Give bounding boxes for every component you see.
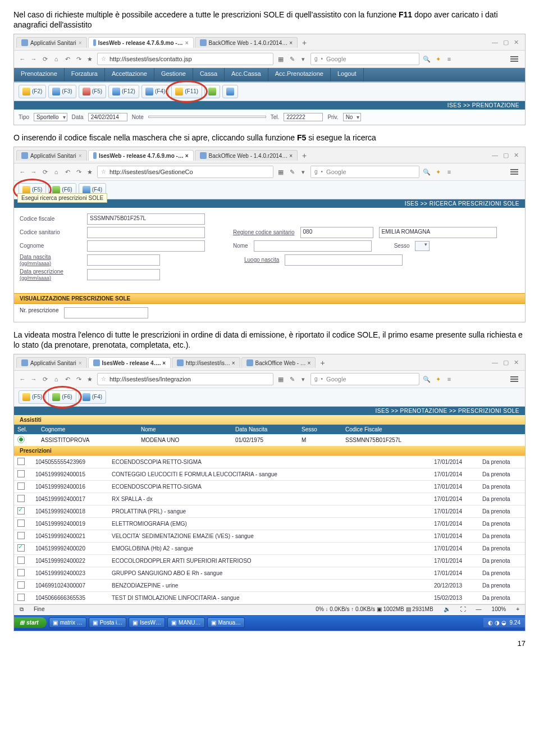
data-prescrizione-input[interactable] xyxy=(87,269,160,280)
browser-tab[interactable]: Applicativi Sanitari× xyxy=(16,357,87,368)
f3-button[interactable]: (F3) xyxy=(48,85,76,98)
cs-input[interactable] xyxy=(87,227,205,238)
status-vol-icon[interactable]: 🔉 xyxy=(441,606,453,612)
addon-icon[interactable]: ✎ xyxy=(288,168,296,176)
nr-prescrizione-input[interactable] xyxy=(64,307,148,318)
radio-icon[interactable] xyxy=(17,436,25,443)
nav-back-icon[interactable]: ← xyxy=(19,168,26,176)
addon-icon[interactable]: ✎ xyxy=(288,55,296,63)
menu-prenotazione[interactable]: Prenotazione xyxy=(14,68,65,81)
prescrizione-row[interactable]: 1045199992400021VELOCITA' SEDIMENTAZIONE… xyxy=(14,530,525,543)
taskbar-button[interactable]: ▣matrix … xyxy=(49,617,86,628)
browser-tab[interactable]: BackOffice Web - 1.4.0.r2014… × xyxy=(195,37,298,48)
nav-back-icon[interactable]: ← xyxy=(19,375,26,383)
nome-input[interactable] xyxy=(254,240,372,252)
nav-reload-icon[interactable]: ⟳ xyxy=(41,375,49,383)
search-input[interactable]: g • Google xyxy=(310,373,419,385)
browser-tab[interactable]: http://isestest/is… × xyxy=(172,357,240,368)
close-icon[interactable]: × xyxy=(79,153,82,159)
status-full-icon[interactable]: ⛶ xyxy=(458,606,468,612)
addon-icon[interactable]: ▦ xyxy=(277,55,285,63)
hamburger-icon[interactable] xyxy=(510,376,518,382)
checkbox[interactable] xyxy=(17,544,25,552)
checkbox[interactable] xyxy=(17,470,25,477)
priv-select[interactable]: No xyxy=(343,113,362,121)
close-icon[interactable]: × xyxy=(185,40,189,46)
nav-redo-icon[interactable]: ↷ xyxy=(75,168,83,176)
tipo-select[interactable]: Sportello xyxy=(34,113,67,121)
f4-button[interactable]: (F4) xyxy=(141,85,169,98)
prescrizione-row[interactable]: 1045066666365535TEST DI STIMOLAZIONE LIN… xyxy=(14,592,525,604)
nav-home-icon[interactable]: ⌂ xyxy=(52,375,60,383)
checkbox[interactable] xyxy=(17,532,25,539)
feed-icon[interactable]: ✦ xyxy=(434,375,442,383)
new-tab-button[interactable]: + xyxy=(299,38,310,47)
prescrizione-row[interactable]: 1045055555423969ECOENDOSCOPIA RETTO-SIGM… xyxy=(14,456,525,468)
f5-button[interactable]: (F5) xyxy=(79,85,106,98)
window-controls[interactable]: — ▢ ✕ xyxy=(492,152,523,159)
menu-gestione[interactable]: Gestione xyxy=(154,68,193,81)
checkbox[interactable] xyxy=(17,458,25,465)
data-nascita-input[interactable] xyxy=(87,254,160,266)
f4-button[interactable]: (F4) xyxy=(79,390,106,404)
url-input[interactable]: ☆ http://isestest/ises/Integrazion xyxy=(97,373,273,385)
cognome-input[interactable] xyxy=(87,240,205,252)
rcs-label[interactable]: Regione codice sanitario xyxy=(233,229,295,235)
nav-fwd-icon[interactable]: → xyxy=(30,55,38,63)
browser-tab[interactable]: IsesWeb - release 4…. × xyxy=(88,357,171,368)
prescrizione-row[interactable]: 1046991024300007BENZODIAZEPINE - urine20… xyxy=(14,580,525,592)
toolbar-button[interactable] xyxy=(222,85,238,98)
checkbox[interactable] xyxy=(17,520,25,527)
cf-input[interactable]: SSSMNN75B01F257L xyxy=(87,213,205,225)
settings-icon[interactable]: ≡ xyxy=(445,375,453,383)
addon-icon[interactable]: ✎ xyxy=(288,375,296,383)
settings-icon[interactable]: ≡ xyxy=(445,55,453,63)
data-field[interactable]: 24/02/2014 xyxy=(88,113,127,121)
nav-redo-icon[interactable]: ↷ xyxy=(75,55,83,63)
browser-tab[interactable]: BackOffice Web - … × xyxy=(241,357,316,368)
search-input[interactable]: g • Google xyxy=(310,53,419,65)
addon-icon[interactable]: ▦ xyxy=(277,375,285,383)
prescrizione-row[interactable]: 1045199992400016ECOENDOSCOPIA RETTO-SIGM… xyxy=(14,481,525,493)
nav-reload-icon[interactable]: ⟳ xyxy=(41,55,49,63)
hamburger-icon[interactable] xyxy=(510,169,518,175)
nav-star-icon[interactable]: ★ xyxy=(86,375,94,383)
prescrizione-row[interactable]: 1045199992400019ELETTROMIOGRAFIA (EMG)17… xyxy=(14,518,525,530)
checkbox[interactable] xyxy=(17,507,25,514)
search-go-icon[interactable]: 🔍 xyxy=(423,375,431,383)
rcs-code-input[interactable]: 080 xyxy=(300,227,373,238)
window-controls[interactable]: — ▢ ✕ xyxy=(492,359,523,366)
dropdown-icon[interactable]: ▾ xyxy=(299,168,307,176)
search-go-icon[interactable]: 🔍 xyxy=(423,168,431,176)
taskbar-button[interactable]: ▣Manua… xyxy=(207,617,245,628)
taskbar-button[interactable]: ▣MANU… xyxy=(167,617,204,628)
assistito-row[interactable]: ASSISTITOPROVA MODENA UNO 01/02/1975 M S… xyxy=(14,434,525,446)
nav-undo-icon[interactable]: ↶ xyxy=(63,168,71,176)
taskbar-button[interactable]: ▣IsesW… xyxy=(129,617,165,628)
hamburger-icon[interactable] xyxy=(510,56,518,62)
menu-acc-cassa[interactable]: Acc.Cassa xyxy=(225,68,268,81)
browser-tab[interactable]: BackOffice Web - 1.4.0.r2014… × xyxy=(195,150,298,161)
url-input[interactable]: ☆ http://isestest/ises/contatto.jsp xyxy=(97,53,273,65)
toolbar-button[interactable] xyxy=(204,85,220,98)
browser-tab[interactable]: Applicativi Sanitari× xyxy=(16,150,87,161)
prescrizione-row[interactable]: 1045199992400020EMOGLOBINA (Hb) A2 - san… xyxy=(14,543,525,555)
checkbox[interactable] xyxy=(17,569,25,576)
prescrizione-row[interactable]: 1045199992400015CONTEGGIO LEUCOCITI E FO… xyxy=(14,468,525,481)
luogo-nascita-input[interactable] xyxy=(285,254,403,266)
start-button[interactable]: ⊞ start xyxy=(14,617,47,628)
menu-cassa[interactable]: Cassa xyxy=(193,68,225,81)
rcs-name-input[interactable]: EMILIA ROMAGNA xyxy=(379,227,497,238)
nav-star-icon[interactable]: ★ xyxy=(86,168,94,176)
taskbar-button[interactable]: ▣Posta i… xyxy=(89,617,127,628)
nav-home-icon[interactable]: ⌂ xyxy=(52,55,60,63)
dropdown-icon[interactable]: ▾ xyxy=(299,55,307,63)
status-sidebar-icon[interactable]: ⧉ xyxy=(17,606,26,613)
sesso-select[interactable] xyxy=(415,241,430,251)
nav-home-icon[interactable]: ⌂ xyxy=(52,168,60,176)
prescrizione-row[interactable]: 1045199992400017RX SPALLA - dx17/01/2014… xyxy=(14,493,525,505)
checkbox[interactable] xyxy=(17,581,25,589)
nav-redo-icon[interactable]: ↷ xyxy=(75,375,83,383)
feed-icon[interactable]: ✦ xyxy=(434,168,442,176)
checkbox[interactable] xyxy=(17,482,25,490)
